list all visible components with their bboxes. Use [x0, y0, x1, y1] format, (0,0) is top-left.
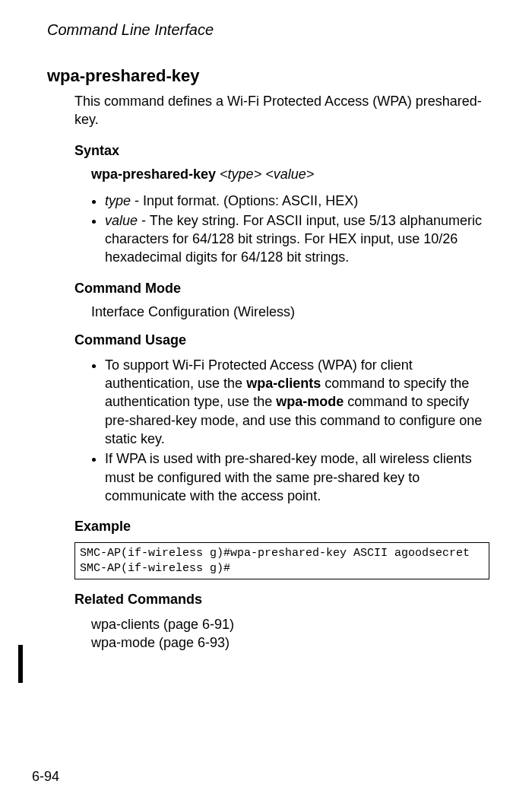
- example-heading: Example: [74, 519, 494, 535]
- syntax-arg-value: <value>: [265, 167, 314, 182]
- list-item: To support Wi-Fi Protected Access (WPA) …: [105, 356, 494, 448]
- param-name: value: [105, 213, 138, 228]
- related-item: wpa-clients (page 6-91): [91, 615, 494, 633]
- related-commands: wpa-clients (page 6-91) wpa-mode (page 6…: [91, 615, 494, 652]
- list-item: value - The key string. For ASCII input,…: [105, 211, 494, 267]
- related-item: wpa-mode (page 6-93): [91, 633, 494, 652]
- syntax-command: wpa-preshared-key: [91, 167, 216, 182]
- running-header: Command Line Interface: [47, 21, 494, 39]
- command-mode-heading: Command Mode: [74, 281, 494, 297]
- example-code-block: SMC-AP(if-wireless g)#wpa-preshared-key …: [74, 542, 489, 579]
- param-desc: - The key string. For ASCII input, use 5…: [105, 213, 482, 265]
- param-desc: - Input format. (Options: ASCII, HEX): [131, 193, 358, 208]
- usage-list: To support Wi-Fi Protected Access (WPA) …: [91, 356, 494, 505]
- usage-text: If WPA is used with pre-shared-key mode,…: [105, 451, 472, 503]
- syntax-line: wpa-preshared-key <type> <value>: [91, 167, 494, 183]
- inline-command: wpa-clients: [246, 376, 321, 391]
- command-title: wpa-preshared-key: [47, 66, 494, 86]
- command-mode-text: Interface Configuration (Wireless): [91, 304, 494, 320]
- syntax-heading: Syntax: [74, 143, 494, 159]
- related-commands-heading: Related Commands: [74, 592, 494, 608]
- inline-command: wpa-mode: [276, 394, 344, 409]
- parameter-list: type - Input format. (Options: ASCII, HE…: [91, 192, 494, 267]
- command-usage-heading: Command Usage: [74, 332, 494, 348]
- list-item: If WPA is used with pre-shared-key mode,…: [105, 449, 494, 505]
- change-bar: [18, 645, 23, 683]
- list-item: type - Input format. (Options: ASCII, HE…: [105, 192, 494, 210]
- param-name: type: [105, 193, 131, 208]
- syntax-arg-type: <type>: [220, 167, 261, 182]
- page-number: 6-94: [32, 769, 59, 785]
- command-description: This command defines a Wi-Fi Protected A…: [74, 92, 494, 129]
